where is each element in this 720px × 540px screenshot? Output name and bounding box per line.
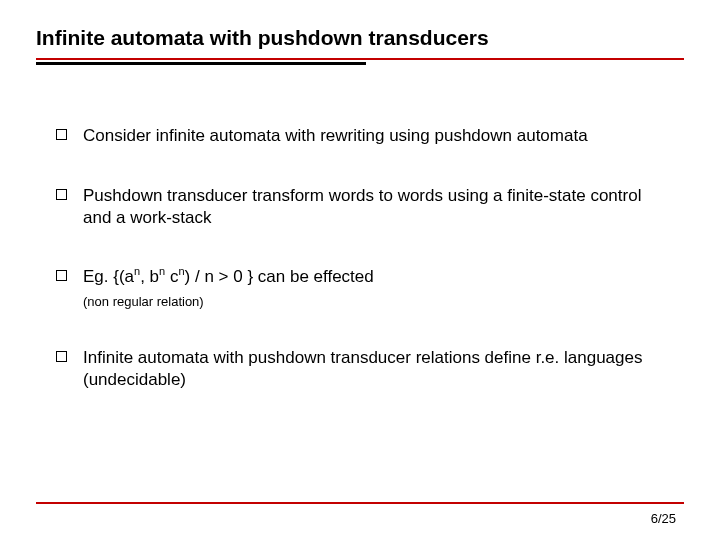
bullet-marker-icon xyxy=(56,351,67,362)
title-block: Infinite automata with pushdown transduc… xyxy=(36,26,684,65)
bullet-item: Consider infinite automata with rewritin… xyxy=(56,125,674,147)
bullet-text: Pushdown transducer transform words to w… xyxy=(83,185,674,229)
bullet-item: Eg. {(an, bn cn) / n > 0 } can be effect… xyxy=(56,266,674,288)
slide: Infinite automata with pushdown transduc… xyxy=(0,0,720,540)
bullet-subnote: (non regular relation) xyxy=(56,294,674,309)
text-fragment: c xyxy=(165,267,178,286)
bullet-text: Eg. {(an, bn cn) / n > 0 } can be effect… xyxy=(83,266,374,288)
page-number: 6/25 xyxy=(651,511,676,526)
bullet-text: Infinite automata with pushdown transduc… xyxy=(83,347,674,391)
text-fragment: , b xyxy=(140,267,159,286)
bullet-item: Infinite automata with pushdown transduc… xyxy=(56,347,674,391)
footer-rule xyxy=(36,502,684,504)
text-fragment: ) / n > 0 } can be effected xyxy=(185,267,374,286)
bullet-marker-icon xyxy=(56,129,67,140)
content-area: Consider infinite automata with rewritin… xyxy=(36,77,684,391)
bullet-marker-icon xyxy=(56,270,67,281)
bullet-text: Consider infinite automata with rewritin… xyxy=(83,125,588,147)
text-fragment: Eg. {(a xyxy=(83,267,134,286)
bullet-marker-icon xyxy=(56,189,67,200)
title-rule-red xyxy=(36,58,684,60)
title-rule-black xyxy=(36,62,366,65)
bullet-item: Pushdown transducer transform words to w… xyxy=(56,185,674,229)
slide-title: Infinite automata with pushdown transduc… xyxy=(36,26,684,56)
